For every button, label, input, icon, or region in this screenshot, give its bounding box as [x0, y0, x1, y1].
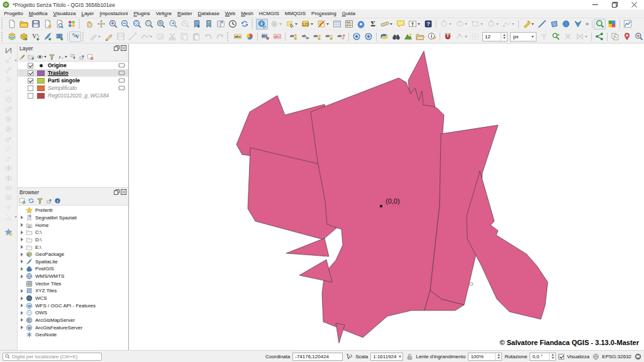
browser-item-home[interactable]: Home [18, 221, 128, 229]
tree-expander-icon[interactable] [19, 231, 25, 234]
layer-visibility-checkbox[interactable] [28, 93, 33, 99]
close-panel-icon[interactable] [121, 45, 126, 51]
manage-map-themes-button[interactable] [36, 53, 47, 61]
layer-item-semplificato[interactable]: Semplificato [18, 84, 128, 92]
dropdown-arrow-icon[interactable] [14, 60, 17, 62]
crs-globe-icon[interactable] [592, 353, 599, 360]
new-virtual-layer-button[interactable]: V [69, 31, 81, 42]
dropdown-arrow-icon[interactable] [465, 23, 467, 25]
browser-item-wcs[interactable]: WCS [18, 295, 128, 302]
tree-expander-icon[interactable] [19, 326, 25, 329]
preview-tool-1-button[interactable] [350, 31, 362, 42]
browser-item-arcgismapserver[interactable]: ArcGisMapServer [18, 317, 128, 324]
browser-item-vector-tiles[interactable]: Vector Tiles [18, 280, 128, 287]
open-project-button[interactable] [18, 19, 30, 30]
tree-expander-icon[interactable] [19, 267, 25, 271]
menu-progetto[interactable]: Progetto [1, 10, 26, 17]
filter-by-expression-button[interactable]: ε [57, 53, 68, 61]
map-canvas[interactable]: (0,0) © Salvatore Fiandaca QGIS - 3.13.0… [129, 44, 644, 350]
render-checkbox[interactable] [558, 354, 564, 359]
polygon-annotation-button[interactable] [548, 19, 560, 30]
menu-processing[interactable]: Processing [309, 10, 340, 17]
close-button[interactable] [625, 0, 644, 9]
layer-item-origine[interactable]: Origine [18, 62, 128, 69]
locator-search-input[interactable]: Digita per localizzare (Ctrl+K) [3, 353, 102, 361]
layer-diagram-options-button[interactable] [243, 31, 255, 42]
archive-tool-button[interactable] [414, 31, 426, 42]
browser-item-geopackage[interactable]: GeoPackage [18, 251, 128, 258]
spinner-arrows[interactable] [495, 353, 501, 360]
text-annotation-button[interactable]: T [406, 19, 422, 30]
tree-expander-icon[interactable] [19, 238, 25, 241]
open-layer-styling-button[interactable] [18, 53, 26, 61]
show-hide-labels-button[interactable]: ab [299, 31, 311, 42]
dropdown-arrow-icon[interactable] [44, 56, 47, 58]
messages-bubble-icon[interactable] [634, 353, 641, 360]
maximize-button[interactable] [605, 0, 625, 9]
browser-item-arcgisfeatureserver[interactable]: WArcGisFeatureServer [18, 324, 128, 331]
toolbar-drag-handle[interactable] [1, 32, 4, 41]
measure-line-button[interactable] [379, 19, 394, 30]
tree-expander-icon[interactable] [19, 245, 25, 249]
toolbar-drag-handle[interactable] [252, 19, 255, 28]
dropdown-arrow-icon[interactable] [449, 23, 452, 25]
new-annotation-button[interactable] [520, 19, 536, 30]
dropdown-arrow-icon[interactable] [585, 36, 587, 38]
menu-database[interactable]: Database [195, 10, 222, 17]
coordinate-input[interactable]: -74176,120424 [292, 353, 343, 361]
layer-visibility-checkbox[interactable] [28, 70, 33, 76]
tree-expander-icon[interactable] [19, 304, 25, 307]
menu-hcmgis[interactable]: HCMGIS [256, 10, 282, 17]
snapping-toggle-button[interactable] [441, 31, 453, 42]
browser-item-segnalibri-spaziali[interactable]: Segnalibri Spaziali [18, 214, 128, 222]
menu-web[interactable]: Web [222, 10, 238, 17]
menu-visualizza[interactable]: Visualizza [50, 10, 79, 17]
float-panel-icon[interactable] [114, 189, 119, 195]
toolbar-drag-handle[interactable] [227, 32, 230, 41]
dropdown-arrow-icon[interactable] [311, 23, 313, 25]
collapse-all-button[interactable] [77, 53, 86, 61]
copy-features-plus-button[interactable] [609, 31, 621, 42]
new-mesh-layer-button[interactable] [53, 31, 65, 42]
browser-item-postgis[interactable]: PostGIS [18, 265, 128, 273]
show-properties-button[interactable]: i [53, 197, 62, 205]
dropdown-arrow-icon[interactable] [14, 216, 17, 218]
zoom-to-selection-button[interactable] [143, 19, 155, 30]
unit-combobox[interactable]: px [510, 32, 536, 41]
zoom-to-layer-button[interactable] [155, 19, 167, 30]
minimize-button[interactable] [586, 0, 605, 9]
browser-item-preferiti[interactable]: Preferiti [18, 207, 128, 214]
close-panel-icon[interactable] [121, 189, 126, 195]
dem-shading-tool-button[interactable] [402, 31, 414, 42]
tree-expander-icon[interactable] [19, 297, 25, 300]
tree-expander-icon[interactable] [19, 223, 25, 227]
show-spatial-bookmarks-button[interactable] [203, 19, 214, 30]
scale-combobox[interactable]: 1:1611924 [370, 353, 403, 361]
script-runner-button[interactable] [378, 31, 390, 42]
pin-unpin-labels-button[interactable]: ab [287, 31, 299, 42]
layer-item-reg01012020-g-wgs84[interactable]: Reg01012020_g_WGS84 [18, 92, 128, 99]
move-annotation-button[interactable] [536, 19, 548, 30]
tree-expander-icon[interactable] [19, 289, 25, 293]
menu-mmqgis[interactable]: MMQGIS [282, 10, 308, 17]
preview-tool-2-button[interactable] [362, 31, 374, 42]
zoom-full-button[interactable] [131, 19, 143, 30]
menu-mesh[interactable]: Mesh [238, 10, 257, 17]
toggle-editing-button[interactable] [103, 31, 114, 42]
help-contents-button[interactable]: ? [422, 19, 434, 30]
browser-item-wms-wmts[interactable]: WMS/WMTS [18, 273, 128, 280]
layer-visibility-checkbox[interactable] [28, 85, 33, 91]
toolbar-overflow-button[interactable]: » [584, 21, 590, 27]
menu-guida[interactable]: Guida [339, 10, 358, 17]
plugin-tool-button[interactable] [3, 228, 14, 238]
rotation-spinbox[interactable]: 0,0 ° [530, 353, 556, 361]
layer-visibility-checkbox[interactable] [28, 63, 33, 69]
vertex-editor-button[interactable] [3, 46, 14, 56]
arrow-annotation-button[interactable] [572, 19, 584, 30]
bookmark-manager-button[interactable] [214, 19, 226, 30]
toggle-label-display-button[interactable]: abc [271, 31, 283, 42]
identify-features-button[interactable]: i [256, 19, 268, 30]
browser-item-wfs-ogc-api-features[interactable]: WWFS / OGC API - Features [18, 302, 128, 309]
dropdown-arrow-icon[interactable] [65, 56, 67, 58]
rotate-label-button[interactable]: ab [323, 31, 335, 42]
